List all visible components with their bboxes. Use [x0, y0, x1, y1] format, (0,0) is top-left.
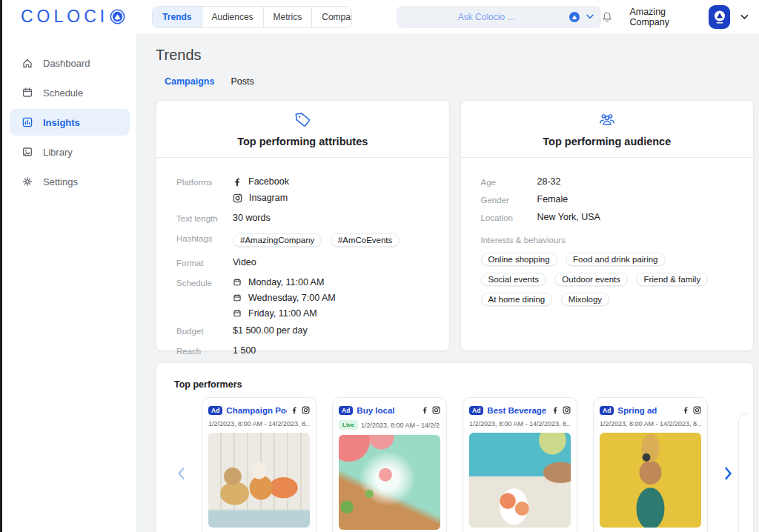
- campaign-card-spring-ad[interactable]: Ad Spring ad 1/2/2023, 8:00 AM - 14/2/20…: [593, 397, 708, 532]
- attributes-card-title: Top performing attributes: [237, 136, 368, 147]
- search-chevron-down-icon[interactable]: [586, 14, 594, 19]
- main-content: Trends Campaigns Posts Top performing at…: [136, 33, 759, 532]
- chevron-right-icon: [723, 466, 734, 481]
- facebook-icon: [291, 404, 298, 417]
- campaign-date: 1/2/2023, 8:00 AM - 14/2/2023, 8...: [208, 420, 310, 428]
- campaign-date: 1/2/2023, 8:00 AM - 14/2/2...: [361, 422, 440, 429]
- sidebar-item-library[interactable]: Library: [10, 139, 130, 165]
- format-row: Format Video: [176, 257, 431, 267]
- poolside-grapefruit-photo: [469, 433, 571, 528]
- text-length-label: Text length: [176, 213, 233, 223]
- facebook-icon: [682, 404, 689, 417]
- tab-metrics-label: Metrics: [274, 12, 302, 22]
- instagram-icon: [563, 404, 571, 417]
- sidebar-item-dashboard[interactable]: Dashboard: [10, 50, 130, 76]
- topbar-right-group: Amazing Company: [601, 5, 749, 29]
- campaign-card-buy-local[interactable]: Ad Buy local Live 1/2/2023, 8:00 AM - 14…: [332, 397, 447, 532]
- top-performers-section: Top performers Ad Champaign Pool P...: [156, 362, 754, 532]
- company-avatar[interactable]: [709, 5, 730, 29]
- sidebar-item-label: Library: [43, 147, 73, 158]
- tab-compare[interactable]: Compare: [311, 7, 352, 27]
- campaign-title: Spring ad: [617, 406, 678, 415]
- interest-chip: Online shopping: [481, 253, 557, 266]
- schedule-item: Wednesday, 7:00 AM: [233, 293, 431, 303]
- interests-label: Interests & behaviours: [481, 236, 736, 245]
- hashtags-row: Hashtags #AmazingCompany #AmCoEvents: [176, 233, 431, 253]
- calendar-icon: [233, 278, 242, 287]
- colocio-logo: COLOCI: [21, 7, 125, 27]
- tab-compare-label: Compare: [322, 12, 352, 22]
- ask-colocio-search[interactable]: Ask Colocio ...: [397, 6, 601, 28]
- attributes-card: Top performing attributes Platforms Face…: [156, 100, 450, 351]
- trends-subtabs: Campaigns Posts: [156, 76, 754, 87]
- tab-audiences[interactable]: Audiences: [202, 7, 263, 27]
- live-badge: Live: [339, 420, 358, 430]
- location-label: Location: [481, 212, 537, 222]
- sidebar-item-settings[interactable]: Settings: [10, 168, 130, 195]
- campaign-card-best-beverage[interactable]: Ad Best Beverage Aw... 1/2/2023, 8:00 AM…: [463, 397, 577, 532]
- app-window: COLOCI Trends Audiences Metrics Compare …: [0, 0, 759, 532]
- campaign-title: Best Beverage Aw...: [487, 406, 548, 415]
- platforms-label: Platforms: [176, 176, 233, 187]
- colocio-logo-mark-icon: [110, 9, 125, 24]
- notifications-bell-icon[interactable]: [601, 10, 613, 24]
- page-title: Trends: [156, 47, 754, 64]
- schedule-time: Wednesday, 7:00 AM: [248, 293, 336, 303]
- gender-label: Gender: [481, 194, 537, 205]
- campaign-card-champaign-pool[interactable]: Ad Champaign Pool P... 1/2/2023, 8:00 AM…: [202, 397, 316, 532]
- interest-chip: Social events: [481, 273, 546, 286]
- interests-chips: Online shopping Food and drink pairing S…: [481, 252, 736, 312]
- instagram-icon: [233, 193, 242, 203]
- platform-name: Insagram: [249, 193, 288, 203]
- schedule-item: Monday, 11:00 AM: [233, 277, 431, 287]
- audience-card: Top performing audience Age 28-32 Gender…: [460, 100, 755, 351]
- campaign-date: 1/2/2023, 8:00 AM - 14/2/2023, 8...: [469, 420, 571, 428]
- top-performers-title: Top performers: [174, 379, 735, 390]
- attributes-card-header: Top performing attributes: [156, 101, 449, 158]
- campaign-date: 1/2/2023, 8:00 AM - 14/2/2023, 8...: [600, 420, 701, 428]
- carousel-prev-button[interactable]: [174, 465, 188, 482]
- audience-card-header: Top performing audience: [461, 101, 754, 158]
- reach-row: Reach 1 500: [176, 345, 431, 356]
- budget-row: Budget $1 500.00 per day: [176, 325, 431, 336]
- facebook-icon: [233, 177, 242, 187]
- interest-chip: Mixology: [561, 293, 609, 306]
- tab-trends[interactable]: Trends: [153, 7, 201, 27]
- carousel-next-button[interactable]: [722, 465, 735, 482]
- chevron-left-icon: [176, 466, 186, 481]
- format-value: Video: [233, 257, 431, 267]
- topbar: COLOCI Trends Audiences Metrics Compare …: [2, 0, 759, 33]
- partial-next-card: [738, 413, 748, 532]
- image-icon: [21, 146, 33, 158]
- sidebar-item-label: Settings: [43, 176, 78, 187]
- gender-value: Female: [537, 194, 736, 205]
- age-row: Age 28-32: [481, 176, 736, 187]
- logo-text: COLOCI: [21, 7, 108, 27]
- gender-row: Gender Female: [481, 194, 736, 205]
- sidebar-item-schedule[interactable]: Schedule: [10, 79, 130, 106]
- home-icon: [21, 57, 33, 69]
- age-value: 28-32: [537, 176, 736, 187]
- tab-metrics[interactable]: Metrics: [263, 7, 312, 27]
- account-menu-chevron-icon[interactable]: [740, 14, 749, 20]
- campaign-title: Buy local: [357, 406, 417, 415]
- subtab-campaigns[interactable]: Campaigns: [165, 76, 214, 87]
- calendar-icon: [21, 87, 33, 99]
- schedule-label: Schedule: [176, 277, 233, 287]
- sidebar-item-label: Schedule: [43, 87, 83, 99]
- sidebar-item-insights[interactable]: Insights: [10, 109, 130, 136]
- hashtag-chip: #AmazingCompany: [233, 233, 322, 247]
- tab-audiences-label: Audiences: [212, 12, 253, 22]
- topbar-tabs: Trends Audiences Metrics Compare: [152, 6, 352, 28]
- bar-chart-icon: [21, 116, 33, 128]
- ad-badge: Ad: [600, 406, 614, 416]
- yellow-portrait-photo: [600, 433, 701, 528]
- platform-facebook: Facebook: [233, 176, 431, 187]
- schedule-time: Friday, 11:00 AM: [248, 308, 317, 319]
- pool-party-photo: [208, 433, 310, 528]
- budget-label: Budget: [176, 325, 233, 336]
- instagram-icon: [302, 404, 310, 417]
- calendar-icon: [233, 293, 242, 302]
- subtab-posts[interactable]: Posts: [231, 76, 253, 87]
- ad-badge: Ad: [469, 406, 483, 416]
